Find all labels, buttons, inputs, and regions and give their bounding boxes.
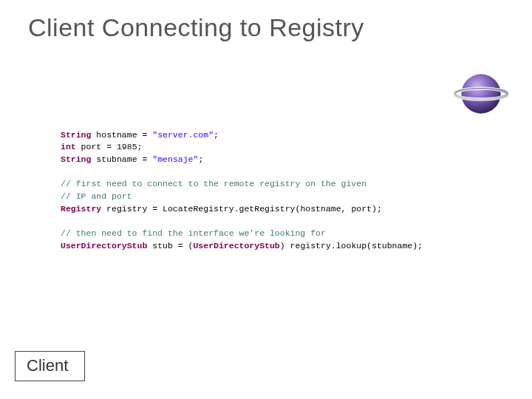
- code-text: (hostname, port);: [295, 204, 381, 214]
- code-keyword: Registry: [61, 204, 101, 214]
- code-keyword: String: [61, 154, 91, 164]
- eclipse-icon: [454, 66, 508, 121]
- code-string: "server.com": [152, 130, 214, 140]
- code-text: port =: [76, 142, 117, 151]
- code-comment: // first need to connect to the remote r…: [61, 179, 366, 188]
- code-text: ;: [214, 130, 219, 140]
- code-text: ) registry.lookup(stubname);: [280, 241, 423, 250]
- code-text: hostname =: [91, 130, 152, 140]
- code-keyword: UserDirectoryStub: [193, 241, 279, 250]
- code-comment: // then need to find the interface we're…: [61, 228, 326, 238]
- code-string: "mensaje": [152, 154, 198, 164]
- code-call: LocateRegistry.getRegistry: [163, 204, 295, 214]
- slide-title: Client Connecting to Registry: [28, 13, 364, 42]
- code-text: registry =: [101, 204, 163, 214]
- code-number: 1985: [117, 142, 137, 151]
- eclipse-logo: [454, 66, 508, 121]
- svg-point-0: [461, 74, 500, 113]
- code-text: stubname =: [91, 154, 152, 164]
- client-label-box: Client: [15, 351, 85, 381]
- code-keyword: int: [61, 142, 76, 151]
- code-text: ;: [137, 142, 143, 151]
- code-block: String hostname = "server.com"; int port…: [61, 117, 423, 252]
- code-text: stub = (: [147, 241, 193, 250]
- code-text: ;: [198, 154, 203, 164]
- code-keyword: String: [61, 130, 91, 140]
- code-keyword: UserDirectoryStub: [61, 241, 147, 250]
- code-comment: // IP and port: [61, 191, 132, 201]
